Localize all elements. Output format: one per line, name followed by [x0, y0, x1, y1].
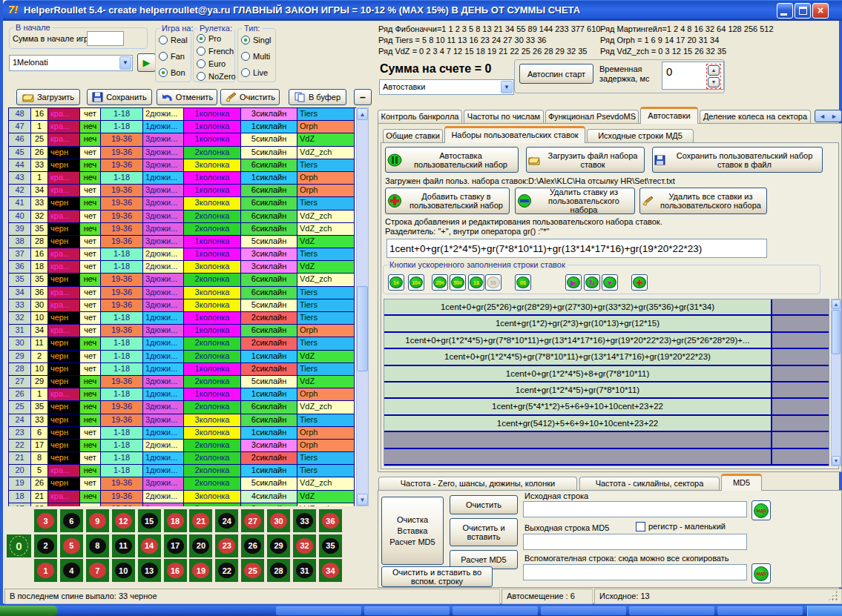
splat-button[interactable]: ♥ [602, 274, 618, 291]
radio-icon[interactable] [197, 59, 205, 68]
table-row[interactable]: 218чернчет1-181дюжи...2колонка2сиклайнTi… [9, 452, 356, 465]
chip-50cent[interactable]: 50¢ [450, 274, 466, 291]
repeat-button[interactable]: ↻ [584, 274, 600, 291]
board-cell-2[interactable]: 2 [34, 534, 57, 557]
board-cell-27[interactable]: 27 [241, 509, 264, 532]
board-cell-28[interactable]: 28 [267, 559, 290, 582]
table-row[interactable]: 4625кра...неч19-363дюжи...1колонка5сикла… [9, 133, 356, 146]
table-row[interactable]: 236чернчет1-181дюжи...3колонка1сиклайнOr… [9, 427, 356, 440]
system-tray[interactable] [807, 606, 842, 616]
table-row[interactable]: 4133черннеч19-363дюжи...3колонка6сиклайн… [9, 197, 356, 210]
table-row[interactable]: 4032кра...чет19-363дюжи...2колонка6сикла… [9, 211, 356, 223]
board-cell-13[interactable]: 13 [138, 559, 161, 582]
radio-bon[interactable]: Bon [159, 68, 185, 77]
board-cell-36[interactable]: 36 [319, 509, 342, 532]
list-item[interactable]: 1cent+gr(5*4*1*2)+5+6+9+10+10cent+23+22 [384, 399, 829, 415]
radio-icon[interactable] [197, 72, 205, 81]
list-item[interactable]: 1cent+0+gr(1*2*4*5)+8+gr(7*8*10*11) [384, 366, 829, 382]
taskbar-button[interactable] [541, 606, 626, 615]
table-row[interactable]: 3330кра...чет19-363дюжи...3колонка5сикла… [9, 299, 356, 312]
chip-25cent[interactable]: 25¢ [432, 274, 448, 291]
scroll-up-icon[interactable]: ▲ [832, 299, 841, 309]
set-save-button[interactable]: Сохранить пользовательский набор ставок … [652, 147, 823, 173]
table-row[interactable]: 3935черннеч19-363дюжи...2колонка6сиклайн… [9, 223, 356, 236]
radio-french[interactable]: French [197, 47, 234, 56]
md5-aux-run-button[interactable]: МД5 [751, 563, 771, 583]
radio-icon[interactable] [159, 52, 168, 61]
scrollbar-thumb[interactable] [832, 310, 841, 354]
toolbar-open-folder-button[interactable]: Загрузить [16, 89, 80, 105]
board-cell-8[interactable]: 8 [86, 534, 109, 557]
radio-icon[interactable] [159, 68, 168, 77]
radio-real[interactable]: Real [159, 36, 188, 44]
table-row[interactable]: 2217черннеч1-182дюжи...2колонка3сиклайнO… [9, 440, 356, 452]
chevron-down-icon[interactable]: ▼ [501, 81, 513, 93]
board-cell-34[interactable]: 34 [319, 559, 342, 582]
board-cell-11[interactable]: 11 [112, 534, 135, 557]
board-cell-1[interactable]: 1 [34, 559, 57, 582]
table-row[interactable]: 431кра...неч1-181дюжи...1колонка1сиклайн… [9, 172, 356, 185]
radio-icon[interactable] [197, 34, 205, 43]
chip-10cent[interactable]: 10¢ [408, 274, 424, 291]
tab-main-5[interactable]: Деление колеса на сектора [700, 110, 811, 124]
board-cell-17[interactable]: 17 [164, 534, 187, 557]
md5-clear-paste-aux-button[interactable]: Очистить и вставить во вспом. строку [381, 566, 493, 587]
board-cell-9[interactable]: 9 [86, 509, 109, 532]
chip-1usd[interactable]: 1$ [468, 274, 484, 291]
wheel-button[interactable]: ✚ [631, 274, 648, 291]
run-preset-button[interactable]: ▶ [137, 53, 156, 72]
board-cell-6[interactable]: 6 [60, 509, 83, 532]
board-cell-4[interactable]: 4 [60, 559, 83, 582]
table-row[interactable]: 4433черннеч19-363дюжи...3колонка6сиклайн… [9, 159, 356, 172]
table-row[interactable]: 261кра...неч1-181дюжи...1колонка1сиклайн… [9, 388, 356, 401]
set-add-button[interactable]: Добавить ставку в пользовательский набор [385, 188, 510, 214]
taskbar-button[interactable] [629, 606, 714, 615]
tab-bottom-1[interactable]: Частота - Zero, шансы, дюжины, колонки [378, 477, 577, 491]
board-cell-20[interactable]: 20 [189, 534, 212, 557]
board-cell-21[interactable]: 21 [189, 509, 212, 532]
board-zero-cell[interactable]: 0 [7, 534, 31, 557]
radio-multi[interactable]: Multi [241, 52, 270, 61]
list-item[interactable]: 1cent+0+gr(1*2*4*5)+gr(7*8*10*11)+gr(13*… [384, 333, 829, 349]
md5-source-input[interactable] [523, 501, 747, 517]
list-item[interactable]: 1cent+gr(1*2)+gr(2*3)+gr(10*13)+gr(12*15… [384, 316, 829, 332]
table-row[interactable]: 1821кра...неч19-362дюжи...3колонка4сикла… [9, 491, 356, 503]
tab-main-2[interactable]: Частоты по числам [464, 110, 544, 124]
table-row[interactable]: 3210чернчет1-181дюжи...1колонка2сиклайнT… [9, 312, 356, 325]
board-cell-25[interactable]: 25 [241, 559, 264, 582]
table-row[interactable]: 3828чернчет19-363дюжи...1колонка5сиклайн… [9, 236, 356, 248]
md5-output-input[interactable] [523, 534, 747, 550]
tab-sub-3[interactable]: Исходные строки МД5 [587, 129, 694, 143]
start-button[interactable] [0, 606, 58, 616]
scroll-right-icon[interactable]: ► [831, 112, 838, 121]
scroll-down-icon[interactable]: ▼ [357, 494, 368, 506]
board-cell-35[interactable]: 35 [319, 534, 342, 557]
table-row[interactable]: 3134кра...чет19-363дюжи...1колонка6сикла… [9, 325, 356, 337]
spinner-down-icon[interactable]: ▼ [708, 77, 720, 87]
table-row[interactable]: 1732кра...чет19-363дюжи...2колонка6сикла… [9, 503, 356, 506]
table-row[interactable]: 1926чернчет19-363дюжи...2колонка5сиклайн… [9, 477, 356, 490]
radio-euro[interactable]: Euro [197, 59, 226, 68]
board-cell-32[interactable]: 32 [293, 534, 316, 557]
taskbar-button[interactable] [276, 606, 361, 615]
md5-aux-input[interactable] [523, 564, 747, 580]
board-cell-19[interactable]: 19 [189, 559, 212, 582]
mode-combo[interactable]: Автоставки ▼ [379, 79, 514, 95]
start-sum-input[interactable] [87, 31, 124, 46]
close-button[interactable]: × [812, 3, 829, 19]
set-autobet-button[interactable]: Автоставка пользовательский набор [385, 147, 519, 173]
table-row[interactable]: 3011черннеч1-181дюжи...2колонка2сиклайнT… [9, 337, 356, 350]
chip-1cent[interactable]: 1¢ [388, 274, 404, 291]
maximize-button[interactable] [795, 3, 811, 19]
radio-pro[interactable]: Pro [197, 34, 221, 43]
toolbar-save-button[interactable]: Сохранить [87, 89, 152, 105]
table-row[interactable]: 4526чернчет19-363дюжи...2колонка5сиклайн… [9, 147, 356, 159]
board-cell-16[interactable]: 16 [164, 559, 187, 582]
set-open-folder-button[interactable]: Загрузить файл набора ставок [526, 147, 645, 173]
delay-spinner[interactable]: 0 ▲ ▼ [662, 62, 724, 90]
taskbar-button[interactable] [364, 606, 450, 615]
board-cell-23[interactable]: 23 [215, 534, 238, 557]
spins-scrollbar[interactable]: ▲ ▼ [356, 107, 369, 506]
table-row[interactable]: 3535черннеч19-363дюжи...2колонка6сиклайн… [9, 274, 356, 286]
table-row[interactable]: 3436кра...чет19-363дюжи...3колонка6сикла… [9, 287, 356, 299]
